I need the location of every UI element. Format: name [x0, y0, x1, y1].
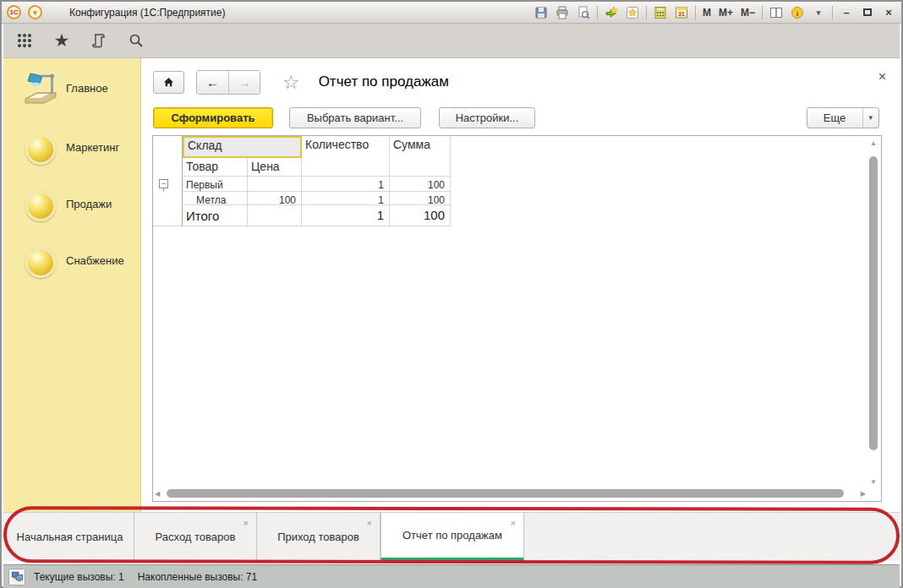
row-item-price[interactable]: 100	[248, 192, 302, 205]
split-window-icon[interactable]	[769, 5, 784, 20]
navigation-row: ← → ☆ Отчет по продажам	[153, 70, 449, 94]
print-icon[interactable]	[555, 5, 570, 20]
home-button[interactable]	[153, 71, 184, 94]
calendar-icon[interactable]: 31	[674, 5, 689, 20]
current-calls-text: Текущие вызовы: 1	[34, 571, 124, 583]
window-title: Конфигурация (1С:Предприятие)	[69, 7, 226, 19]
row-total-qty[interactable]: 1	[302, 205, 390, 226]
scroll-right-icon[interactable]: ▶	[861, 490, 866, 498]
generate-button[interactable]: Сформировать	[153, 107, 273, 128]
titlebar: 1С ▾ Конфигурация (1С:Предприятие)	[2, 2, 901, 24]
sidebar-item-label: Маркетинг	[66, 141, 119, 154]
row-group-name[interactable]: Первый	[183, 177, 248, 192]
tab-start-page[interactable]: Начальная страница	[6, 513, 134, 561]
minimize-button[interactable]: –	[839, 6, 854, 19]
vertical-scrollbar[interactable]: ▲ ▼	[867, 138, 879, 487]
tab-label: Приход товаров	[277, 531, 359, 543]
grid-gutter	[153, 205, 183, 226]
menu-grid-icon[interactable]	[15, 31, 34, 50]
scroll-up-icon[interactable]: ▲	[867, 139, 879, 147]
sidebar-item-sales[interactable]: Продажи	[3, 186, 140, 233]
info-dropdown-icon[interactable]: ▾	[811, 8, 826, 17]
horizontal-scrollbar-thumb[interactable]	[167, 489, 844, 498]
close-window-button[interactable]: ×	[881, 6, 896, 19]
grid-gutter	[153, 192, 183, 205]
svg-text:31: 31	[678, 11, 685, 17]
tab-close-icon[interactable]: ×	[244, 518, 249, 528]
more-dropdown-icon: ▾	[862, 108, 873, 128]
report-panel: × ← → ☆ Отчет по продажам Сформировать В…	[141, 58, 900, 512]
scroll-left-icon[interactable]: ◀	[155, 490, 160, 498]
tab-label: Отчет по продажам	[402, 529, 502, 542]
row-item-sum[interactable]: 100	[390, 192, 451, 205]
row-total-sum[interactable]: 100	[390, 205, 451, 226]
client-server-icon	[8, 569, 25, 585]
grid-gutter	[153, 136, 183, 158]
vertical-scrollbar-thumb[interactable]	[869, 156, 878, 450]
titlebar-left: 1С ▾	[2, 5, 42, 19]
tab-sales-report[interactable]: Отчет по продажам ×	[380, 513, 524, 561]
yellow-sphere-icon	[19, 129, 63, 170]
tab-close-icon[interactable]: ×	[367, 518, 372, 528]
report-actions-row: Сформировать Выбрать вариант... Настройк…	[153, 107, 879, 129]
row-group-sum[interactable]: 100	[390, 177, 451, 192]
desk-lamp-icon	[19, 70, 63, 111]
scroll-down-icon[interactable]: ▼	[867, 478, 879, 486]
collapse-group-button[interactable]: −	[159, 179, 168, 188]
print-preview-icon[interactable]	[576, 5, 591, 20]
maximize-icon	[863, 8, 872, 16]
add-favorite-icon[interactable]	[604, 5, 619, 20]
tab-close-icon[interactable]: ×	[511, 518, 516, 528]
more-button[interactable]: Еще▾	[807, 107, 879, 128]
history-icon[interactable]	[90, 31, 108, 50]
row-group-qty[interactable]: 1	[302, 177, 390, 192]
row-total-price[interactable]	[248, 205, 302, 226]
titlebar-separator	[695, 6, 696, 19]
header-product[interactable]: Товар	[183, 158, 248, 177]
close-report-button[interactable]: ×	[878, 70, 886, 84]
tab-label: Начальная страница	[17, 531, 123, 543]
sidebar-item-marketing[interactable]: Маркетинг	[3, 129, 140, 177]
sidebar-item-main[interactable]: Главное	[3, 70, 140, 117]
titlebar-separator	[646, 6, 647, 19]
memory-m-button[interactable]: M	[702, 7, 712, 19]
accumulated-calls-text: Накопленные вызовы: 71	[138, 571, 258, 583]
titlebar-separator	[597, 6, 598, 19]
app-window: 1С ▾ Конфигурация (1С:Предприятие)	[0, 0, 903, 588]
tab-goods-expense[interactable]: Расход товаров ×	[134, 513, 257, 561]
back-button[interactable]: ←	[197, 71, 228, 94]
memory-m-plus-button[interactable]: M+	[718, 7, 734, 19]
forward-button[interactable]: →	[228, 71, 260, 94]
row-item-name[interactable]: Метла	[183, 192, 248, 205]
header-price[interactable]: Цена	[248, 158, 302, 177]
titlebar-tools: 31 M M+ M− i ▾ – ×	[534, 5, 901, 20]
favorite-star-toggle[interactable]: ☆	[282, 71, 300, 94]
1c-logo-icon[interactable]: 1С	[7, 5, 21, 19]
favorites-star-icon[interactable]: ★	[52, 31, 71, 50]
yellow-sphere-icon	[19, 186, 63, 226]
header-sum[interactable]: Сумма	[390, 136, 451, 158]
memory-m-minus-button[interactable]: M−	[740, 7, 756, 19]
favorites-icon[interactable]	[625, 5, 640, 20]
sidebar-item-supply[interactable]: Снабжение	[3, 242, 140, 290]
horizontal-scrollbar[interactable]: ◀ ▶	[155, 488, 866, 499]
sidebar-item-label: Главное	[66, 82, 108, 95]
history-nav-group: ← →	[196, 70, 260, 95]
choose-variant-button[interactable]: Выбрать вариант...	[289, 107, 421, 128]
system-menu-dropdown-icon[interactable]: ▾	[28, 5, 42, 19]
report-sheet: Склад Количество Сумма Товар Цена − Перв…	[152, 135, 882, 502]
header-warehouse[interactable]: Склад	[183, 136, 302, 158]
info-icon[interactable]: i	[790, 5, 805, 20]
settings-button[interactable]: Настройки...	[439, 107, 535, 128]
calculator-icon[interactable]	[653, 5, 668, 20]
save-icon[interactable]	[534, 5, 549, 20]
search-icon[interactable]	[127, 31, 145, 50]
tab-label: Расход товаров	[156, 531, 236, 543]
maximize-button[interactable]	[860, 6, 875, 19]
header-quantity[interactable]: Количество	[302, 136, 390, 158]
tab-goods-receipt[interactable]: Приход товаров ×	[257, 513, 380, 561]
row-item-qty[interactable]: 1	[302, 192, 390, 205]
main-toolbar: ★	[3, 24, 900, 58]
row-group-price[interactable]	[248, 177, 302, 192]
row-total-name[interactable]: Итого	[183, 205, 248, 226]
